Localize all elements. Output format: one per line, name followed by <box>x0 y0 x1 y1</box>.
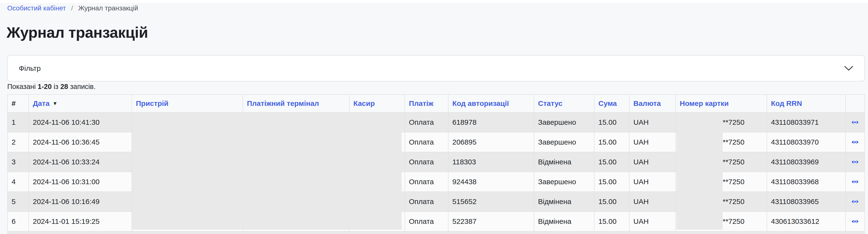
masked-card-number: **7250 <box>723 198 744 206</box>
cell-rrn: 431108033965 <box>767 192 845 211</box>
cell-num: 5 <box>7 192 29 211</box>
summary-range: 1-20 <box>38 83 52 90</box>
masked-card-number: **7250 <box>723 217 744 226</box>
cell-amount: 15.00 <box>594 132 629 152</box>
cell-status: Завершено <box>534 172 594 192</box>
cell-num: 3 <box>7 152 29 172</box>
view-transaction-button[interactable] <box>851 179 859 185</box>
cell-status: Відмінена <box>534 152 594 172</box>
column-header-auth-code: Код авторизації <box>448 95 534 112</box>
view-transaction-button[interactable] <box>851 199 859 205</box>
column-header-amount: Сума <box>594 95 629 112</box>
sort-link-auth-code[interactable]: Код авторизації <box>452 99 509 107</box>
cell-amount: 15.00 <box>594 172 629 192</box>
sort-link-payment[interactable]: Платіж <box>409 99 434 107</box>
column-header-status: Статус <box>534 95 594 112</box>
cell-payment: Оплата <box>405 132 448 152</box>
cell-actions <box>845 211 865 231</box>
summary-prefix: Показані <box>7 83 36 90</box>
breadcrumb-current: Журнал транзакцій <box>78 4 138 12</box>
cell-terminal <box>243 231 349 234</box>
sort-link-rrn[interactable]: Код RRN <box>771 99 802 107</box>
cell-payment: Оплата <box>405 112 448 132</box>
cell-card-number <box>676 231 767 234</box>
cell-rrn: 430613033612 <box>767 211 845 231</box>
sort-link-status[interactable]: Статус <box>538 99 562 107</box>
cell-actions <box>845 192 865 211</box>
column-header-actions <box>845 95 865 112</box>
summary-suffix: записів. <box>70 83 96 90</box>
cell-currency: UAH <box>629 192 676 211</box>
cell-rrn: 431108033968 <box>767 172 845 192</box>
cell-amount: 15.00 <box>594 152 629 172</box>
view-transaction-button[interactable] <box>851 159 859 165</box>
masked-card-number: **7250 <box>723 158 744 166</box>
cell-payment: Оплата <box>405 192 448 211</box>
cell-auth-code: 206895 <box>448 132 534 152</box>
eye-icon <box>851 199 859 205</box>
cell-num: 2 <box>7 132 29 152</box>
top-white-strip <box>0 0 868 3</box>
sort-link-card-number[interactable]: Номер картки <box>680 99 729 107</box>
filter-panel-toggle[interactable]: Фільтр <box>7 55 865 81</box>
sort-link-currency[interactable]: Валюта <box>633 99 661 107</box>
cell-date <box>29 231 132 234</box>
sort-link-device[interactable]: Пристрій <box>136 99 168 107</box>
cell-device <box>132 231 243 234</box>
chevron-down-icon <box>844 66 853 71</box>
cell-num: 4 <box>7 172 29 192</box>
sort-link-date[interactable]: Дата <box>33 99 50 107</box>
view-transaction-button[interactable] <box>851 120 859 125</box>
cell-rrn: 431108033971 <box>767 112 845 132</box>
transactions-journal-page: { "breadcrumb": { "home": "Особистий каб… <box>0 0 868 234</box>
cell-rrn: 431108033969 <box>767 152 845 172</box>
cell-currency: UAH <box>629 132 676 152</box>
sort-link-terminal[interactable]: Платіжний термінал <box>247 99 319 107</box>
cell-date: 2024-11-06 10:41:30 <box>29 112 132 132</box>
cell-date: 2024-11-06 10:33:24 <box>29 152 132 172</box>
cell-actions <box>845 231 865 234</box>
cell-payment: Оплата <box>405 211 448 231</box>
column-header-rrn: Код RRN <box>767 95 845 112</box>
cell-actions <box>845 152 865 172</box>
column-header-date: Дата▼ <box>29 95 132 112</box>
sort-link-cashier[interactable]: Касир <box>353 99 375 107</box>
table-header-row: #Дата▼ПристрійПлатіжний терміналКасирПла… <box>7 95 865 112</box>
page-title: Журнал транзакцій <box>6 24 148 41</box>
sort-desc-caret-icon: ▼ <box>52 101 57 106</box>
column-header-device: Пристрій <box>132 95 243 112</box>
eye-icon <box>851 139 859 145</box>
cell-amount: 15.00 <box>594 211 629 231</box>
cell-auth-code <box>448 231 534 234</box>
cell-payment: Оплата <box>405 172 448 192</box>
cell-auth-code: 924438 <box>448 172 534 192</box>
eye-icon <box>851 120 859 125</box>
filter-label: Фільтр <box>19 64 41 73</box>
cell-date: 2024-11-06 10:16:49 <box>29 192 132 211</box>
cell-payment <box>405 231 448 234</box>
breadcrumb-separator: / <box>71 4 73 12</box>
masked-card-number: **7250 <box>723 138 744 146</box>
cell-currency <box>629 231 676 234</box>
view-transaction-button[interactable] <box>851 139 859 145</box>
cell-date: 2024-11-06 10:36:45 <box>29 132 132 152</box>
cell-date: 2024-11-06 10:31:00 <box>29 172 132 192</box>
column-header-card-number: Номер картки <box>676 95 767 112</box>
breadcrumb-link-personal-cabinet[interactable]: Особистий кабінет <box>7 4 66 12</box>
sort-link-amount[interactable]: Сума <box>598 99 617 107</box>
cell-status: Завершено <box>534 132 594 152</box>
cell-auth-code: 522387 <box>448 211 534 231</box>
cell-payment: Оплата <box>405 152 448 172</box>
view-transaction-button[interactable] <box>851 218 859 224</box>
breadcrumb: Особистий кабінет / Журнал транзакцій <box>7 4 138 12</box>
column-header-terminal: Платіжний термінал <box>243 95 349 112</box>
cell-status: Завершено <box>534 112 594 132</box>
cell-status <box>534 231 594 234</box>
cell-num: 6 <box>7 211 29 231</box>
redacted-device-terminal-cashier-area <box>132 113 402 230</box>
cell-rrn: 431108033970 <box>767 132 845 152</box>
cell-cashier <box>349 231 405 234</box>
cell-amount: 15.00 <box>594 192 629 211</box>
cell-currency: UAH <box>629 211 676 231</box>
masked-card-number: **7250 <box>723 178 744 186</box>
